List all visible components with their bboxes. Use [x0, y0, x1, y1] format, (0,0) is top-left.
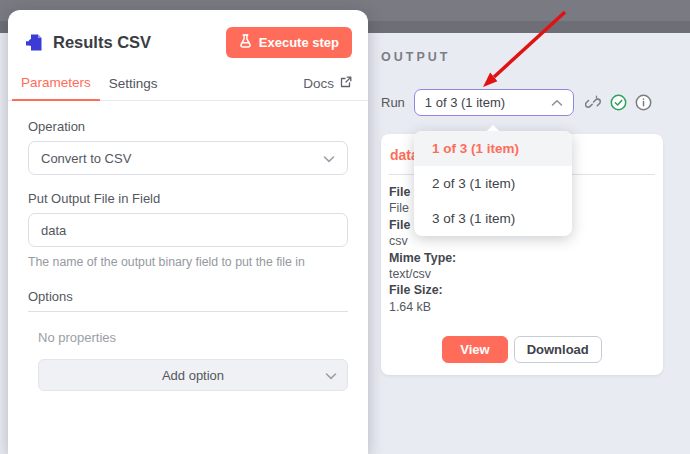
download-button[interactable]: Download [514, 336, 602, 363]
run-select-dropdown: 1 of 3 (1 item) 2 of 3 (1 item) 3 of 3 (… [414, 131, 572, 236]
node-settings-panel: Results CSV Execute step Parameters Sett… [8, 10, 368, 454]
binary-row-value: 1.64 kB [389, 299, 655, 315]
tab-settings[interactable]: Settings [100, 76, 167, 100]
docs-label: Docs [303, 76, 334, 91]
file-import-icon [24, 33, 43, 52]
run-select[interactable]: 1 of 3 (1 item) [414, 89, 574, 116]
run-label: Run [381, 95, 405, 110]
node-tabs: Parameters Settings Docs [8, 70, 368, 101]
options-divider [28, 311, 348, 312]
operation-select[interactable]: Convert to CSV [28, 141, 348, 175]
add-option-button[interactable]: Add option [38, 359, 348, 391]
external-link-icon [340, 76, 352, 91]
docs-link[interactable]: Docs [303, 76, 352, 100]
flask-icon [239, 34, 252, 51]
output-field-label: Put Output File in Field [28, 191, 348, 206]
run-select-value: 1 of 3 (1 item) [425, 95, 505, 110]
check-circle-icon[interactable] [610, 94, 627, 111]
chevron-up-icon [551, 95, 563, 110]
run-option-2[interactable]: 2 of 3 (1 item) [414, 166, 572, 201]
output-panel: OUTPUT Run 1 of 3 (1 item) [368, 33, 690, 454]
output-field-help: The name of the output binary field to p… [28, 255, 348, 269]
add-option-label: Add option [162, 368, 224, 383]
node-header: Results CSV Execute step [8, 10, 368, 58]
output-field-input[interactable] [28, 213, 348, 247]
chevron-down-icon [323, 151, 335, 166]
run-selector-row: Run 1 of 3 (1 item) [381, 89, 652, 116]
info-circle-icon[interactable] [635, 94, 652, 111]
chevron-down-icon [325, 368, 337, 383]
binary-row-value: text/csv [389, 266, 655, 282]
options-empty-text: No properties [38, 330, 348, 345]
run-toolbar-icons [585, 94, 652, 111]
parameters-form: Operation Convert to CSV Put Output File… [8, 101, 368, 391]
run-option-3[interactable]: 3 of 3 (1 item) [414, 201, 572, 236]
tab-parameters[interactable]: Parameters [12, 75, 100, 101]
options-section-label: Options [28, 289, 348, 304]
node-title: Results CSV [53, 33, 226, 52]
operation-label: Operation [28, 119, 348, 134]
view-button[interactable]: View [442, 336, 507, 363]
execute-step-label: Execute step [259, 35, 339, 50]
run-option-1[interactable]: 1 of 3 (1 item) [414, 131, 572, 166]
binary-row-label: Mime Type: [389, 250, 655, 266]
binary-actions: View Download [381, 336, 663, 363]
operation-value: Convert to CSV [41, 151, 131, 166]
output-panel-title: OUTPUT [381, 50, 450, 64]
execute-step-button[interactable]: Execute step [226, 27, 352, 58]
unlink-icon[interactable] [585, 94, 602, 111]
binary-row-label: File Size: [389, 282, 655, 298]
